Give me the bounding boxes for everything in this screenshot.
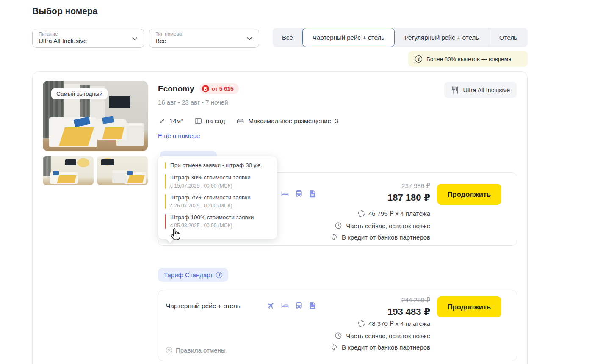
document-icon: [308, 301, 317, 310]
credit-row: В кредит от банков партнеров: [330, 343, 430, 351]
penalty-severity-bar: [165, 194, 166, 209]
continue-button[interactable]: Продолжить: [437, 296, 501, 317]
penalty-severity-bar: [165, 162, 166, 169]
bed-icon: [280, 190, 290, 198]
plane-icon: [265, 300, 277, 312]
bed-icon: [280, 301, 290, 310]
bus-icon: [295, 301, 303, 310]
bed-icon: [236, 117, 245, 125]
stay-dates: 16 авг - 23 авг • 7 ночей: [158, 99, 228, 106]
room-photo-thumbnail[interactable]: [43, 156, 94, 185]
photo-decoration: [102, 127, 124, 139]
cancellation-penalties-tooltip: При отмене заявки - штраф 30 у.е. Штраф …: [158, 156, 277, 239]
bonus-amount: от 5 615: [212, 85, 234, 92]
pay-later-row: Часть сейчас, остаток позже: [335, 332, 430, 339]
pay-later-text: Часть сейчас, остаток позже: [346, 222, 430, 229]
best-value-badge: Самый выгодный: [51, 88, 108, 99]
room-type-filter-value: Все: [155, 37, 253, 45]
tariff-chip-label: Тариф Стандарт: [164, 271, 213, 279]
penalty-title: При отмене заявки - штраф 30 у.е.: [170, 162, 270, 169]
page-title: Выбор номера: [32, 6, 98, 16]
feature-view-text: на сад: [206, 117, 225, 124]
tab-hotel[interactable]: Отель: [489, 28, 528, 47]
offer-card-charter-standard: Чартерный рейс + отель 244 289 ₽ 193 483…: [158, 290, 517, 361]
info-icon: i: [415, 55, 422, 63]
photo-decoration: [65, 159, 76, 165]
photo-decoration: [77, 158, 90, 167]
banner-text: Более 80% вылетов — вовремя: [426, 56, 511, 62]
credit-text: В кредит от банков партнеров: [342, 344, 430, 351]
split-payment-icon: [358, 210, 365, 217]
penalty-item: Штраф 75% стоимости заявки с 26.07.2025 …: [165, 194, 270, 209]
room-name: Economy: [158, 84, 194, 94]
room-card: Самый выгодный Economy Б от 5 615 Ultra …: [32, 71, 528, 364]
room-type-filter-dropdown[interactable]: Тип номера Все: [149, 29, 259, 48]
bonus-icon: Б: [202, 85, 209, 92]
penalty-severity-bar: [165, 174, 166, 189]
more-about-room-link[interactable]: Ещё о номере: [158, 132, 200, 139]
window-icon: [194, 117, 202, 125]
pay-later-row: Часть сейчас, остаток позже: [335, 222, 430, 229]
penalty-date: с 15.07.2025 , 00:00 (МСК): [170, 182, 270, 189]
credit-row: В кредит от банков партнеров: [330, 233, 430, 241]
photo-decoration: [59, 127, 94, 146]
penalty-title: Штраф 75% стоимости заявки: [170, 194, 270, 201]
offer-type-label: Чартерный рейс + отель: [166, 302, 241, 310]
photo-decoration: [127, 175, 145, 183]
room-type-filter-label: Тип номера: [155, 31, 253, 37]
credit-text: В кредит от банков партнеров: [342, 234, 430, 241]
document-icon: [308, 190, 317, 198]
meal-filter-dropdown[interactable]: Питание Ultra All Inclusive: [32, 29, 144, 48]
bus-icon: [295, 190, 303, 198]
continue-button[interactable]: Продолжить: [437, 184, 501, 205]
feature-area-text: 14м²: [169, 117, 183, 124]
feature-occupancy: Максимальное размещение: 3: [236, 117, 338, 125]
area-icon: [158, 117, 166, 125]
room-photo-main[interactable]: Самый выгодный: [43, 81, 148, 151]
photo-decoration: [53, 171, 59, 175]
offer-service-icons: [267, 301, 317, 310]
photo-decoration: [109, 96, 130, 108]
cancel-rules-text: Правила отмены: [176, 347, 226, 354]
penalty-date: с 05.08.2025 , 00:00 (МСК): [170, 222, 270, 229]
bonus-badge[interactable]: Б от 5 615: [199, 83, 239, 94]
chevron-down-icon: [246, 35, 253, 44]
chevron-down-icon: [131, 35, 138, 44]
cancel-rules-link[interactable]: ? Правила отмены: [166, 347, 226, 354]
room-photo-thumbnail[interactable]: [97, 156, 148, 185]
penalty-item: При отмене заявки - штраф 30 у.е.: [165, 162, 270, 169]
tariff-standard-chip[interactable]: Тариф Стандарт i: [158, 268, 228, 282]
on-time-departures-banner: i Более 80% вылетов — вовремя: [408, 51, 528, 67]
room-features: 14м² на сад Максимальное размещение: 3: [158, 117, 338, 125]
clock-icon: [335, 332, 342, 339]
penalty-title: Штраф 100% стоимости заявки: [170, 214, 270, 221]
cutlery-icon: [451, 86, 459, 94]
tab-charter-hotel[interactable]: Чартерный рейс + отель: [302, 28, 395, 47]
photo-decoration: [57, 175, 76, 183]
installment-row: 46 795 ₽ х 4 платежа: [358, 210, 430, 218]
pay-later-text: Часть сейчас, остаток позже: [346, 332, 430, 339]
installment-row: 48 370 ₽ х 4 платежа: [358, 320, 430, 328]
penalty-title: Штраф 30% стоимости заявки: [170, 174, 270, 182]
old-price: 237 986 ₽: [401, 182, 430, 190]
clock-icon: [335, 222, 342, 229]
feature-view: на сад: [194, 117, 225, 125]
info-icon: i: [216, 272, 222, 278]
tab-all[interactable]: Все: [273, 28, 302, 47]
offer-type-tabs: Все Чартерный рейс + отель Регулярный ре…: [273, 28, 528, 47]
meal-filter-label: Питание: [39, 31, 138, 37]
meal-plan-badge: Ultra All Inclusive: [444, 82, 517, 98]
credit-icon: [330, 233, 338, 241]
penalty-date: с 26.07.2025 , 00:00 (МСК): [170, 202, 270, 209]
credit-icon: [330, 343, 338, 351]
installment-text: 48 370 ₽ х 4 платежа: [368, 320, 430, 328]
photo-decoration: [112, 170, 127, 183]
installment-text: 46 795 ₽ х 4 платежа: [368, 210, 430, 218]
old-price: 244 289 ₽: [401, 296, 430, 304]
photo-decoration: [101, 159, 114, 165]
penalty-severity-bar: [165, 214, 166, 229]
penalty-item: Штраф 30% стоимости заявки с 15.07.2025 …: [165, 174, 270, 189]
price: 187 180 ₽: [387, 192, 430, 203]
feature-area: 14м²: [158, 117, 183, 125]
tab-regular-hotel[interactable]: Регулярный рейс + отель: [395, 28, 489, 47]
